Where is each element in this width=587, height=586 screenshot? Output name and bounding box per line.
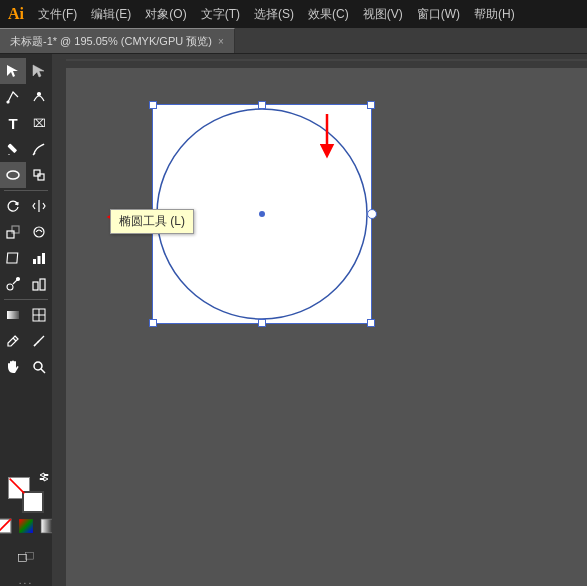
svg-rect-22 [7, 311, 19, 319]
svg-rect-11 [7, 231, 14, 238]
tab-bar: 未标题-1* @ 195.05% (CMYK/GPU 预览) × [0, 28, 587, 54]
svg-rect-16 [38, 256, 41, 264]
tool-row-eyedropper [0, 328, 52, 354]
measure-tool[interactable] [26, 328, 52, 354]
menu-help[interactable]: 帮助(H) [468, 4, 521, 25]
tool-row-shape [0, 162, 52, 188]
svg-rect-15 [33, 259, 36, 264]
tool-row-rotate [0, 193, 52, 219]
direct-selection-tool[interactable] [26, 58, 52, 84]
svg-line-6 [33, 153, 35, 155]
tool-row-pencil [0, 136, 52, 162]
tool-row-zoom [0, 354, 52, 380]
ruler-top [52, 54, 587, 68]
svg-rect-9 [38, 174, 44, 180]
svg-rect-4 [7, 143, 17, 153]
vertical-type-tool[interactable]: ⌧ [26, 110, 52, 136]
column-graph-tool[interactable] [26, 271, 52, 297]
svg-line-31 [41, 369, 45, 373]
svg-point-30 [34, 362, 42, 370]
tool-row-type: T ⌧ [0, 110, 52, 136]
eyedropper-tool[interactable] [0, 328, 26, 354]
menu-object[interactable]: 对象(O) [139, 4, 192, 25]
warp-tool[interactable] [26, 219, 52, 245]
title-bar: Ai 文件(F) 编辑(E) 对象(O) 文字(T) 选择(S) 效果(C) 视… [0, 0, 587, 28]
tool-row-gradient [0, 302, 52, 328]
app-logo: Ai [8, 5, 24, 23]
toolbar-bottom: ... [6, 545, 46, 586]
menu-select[interactable]: 选择(S) [248, 4, 300, 25]
svg-line-28 [34, 344, 36, 346]
svg-marker-5 [8, 154, 10, 155]
menu-bar: 文件(F) 编辑(E) 对象(O) 文字(T) 选择(S) 效果(C) 视图(V… [32, 4, 521, 25]
tab-close-button[interactable]: × [218, 36, 224, 47]
tool-row-symbol [0, 271, 52, 297]
svg-rect-21 [40, 279, 45, 290]
svg-point-7 [7, 171, 19, 179]
type-tool[interactable]: T [0, 110, 26, 136]
svg-point-3 [38, 93, 41, 96]
zoom-tool[interactable] [26, 354, 52, 380]
none-fill-button[interactable] [0, 517, 13, 535]
gradient-tool[interactable] [0, 302, 26, 328]
svg-rect-8 [34, 170, 40, 176]
more-tools-button[interactable]: ... [19, 575, 33, 586]
svg-marker-1 [33, 65, 44, 77]
menu-window[interactable]: 窗口(W) [411, 4, 466, 25]
menu-view[interactable]: 视图(V) [357, 4, 409, 25]
pen-tool[interactable] [0, 84, 26, 110]
svg-point-2 [7, 101, 9, 103]
reflect-tool[interactable] [26, 193, 52, 219]
chart-tool[interactable] [26, 245, 52, 271]
menu-effect[interactable]: 效果(C) [302, 4, 355, 25]
artboard-tools-row [6, 545, 46, 571]
svg-rect-12 [12, 226, 19, 233]
shape-builder-tool[interactable] [26, 162, 52, 188]
stroke-swatch[interactable] [22, 491, 44, 513]
rotate-tool[interactable] [0, 193, 26, 219]
svg-rect-14 [7, 253, 18, 263]
scale-tool[interactable] [0, 219, 26, 245]
tool-row-pen [0, 84, 52, 110]
menu-edit[interactable]: 编辑(E) [85, 4, 137, 25]
fill-stroke-swatches[interactable] [8, 477, 44, 513]
ellipse-tool[interactable] [0, 162, 26, 188]
smooth-tool[interactable] [26, 136, 52, 162]
symbol-sprayer-tool[interactable] [0, 271, 26, 297]
pencil-tool[interactable] [0, 136, 26, 162]
curvature-tool[interactable] [26, 84, 52, 110]
canvas-area[interactable]: 椭圆工具 (L) [52, 54, 587, 586]
hand-tool[interactable] [0, 354, 26, 380]
menu-text[interactable]: 文字(T) [195, 4, 246, 25]
svg-rect-20 [33, 282, 38, 290]
svg-point-19 [17, 278, 20, 281]
tool-separator-2 [4, 299, 48, 300]
svg-point-13 [34, 227, 44, 237]
menu-file[interactable]: 文件(F) [32, 4, 83, 25]
color-mode-row [0, 517, 57, 535]
color-area [0, 477, 57, 535]
tool-row-scale [0, 219, 52, 245]
artboard-tool[interactable] [6, 545, 46, 571]
mesh-tool[interactable] [26, 302, 52, 328]
svg-marker-0 [7, 65, 18, 77]
tool-row-select [0, 58, 52, 84]
active-tab[interactable]: 未标题-1* @ 195.05% (CMYK/GPU 预览) × [0, 28, 235, 53]
ruler-left [52, 68, 66, 586]
svg-line-26 [13, 338, 16, 341]
svg-line-29 [37, 341, 39, 343]
tool-row-graph [0, 245, 52, 271]
main-area: T ⌧ [0, 54, 587, 586]
selection-tool[interactable] [0, 58, 26, 84]
svg-point-18 [7, 284, 13, 290]
toolbar: T ⌧ [0, 54, 52, 586]
tab-label: 未标题-1* @ 195.05% (CMYK/GPU 预览) [10, 34, 212, 49]
color-button[interactable] [17, 517, 35, 535]
tool-separator-1 [4, 190, 48, 191]
svg-rect-17 [42, 253, 45, 264]
svg-rect-35 [19, 519, 33, 533]
ellipse-tool-tooltip: 椭圆工具 (L) [110, 209, 194, 234]
free-transform-tool[interactable] [0, 245, 26, 271]
